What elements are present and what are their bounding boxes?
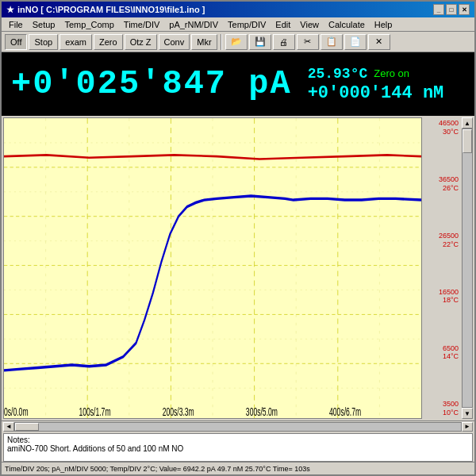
menu-temp-div[interactable]: Temp/DIV xyxy=(224,19,270,30)
menu-calculate[interactable]: Calculate xyxy=(324,19,369,30)
svg-text:100s/1.7m: 100s/1.7m xyxy=(79,406,110,417)
y-label-16500: 16500 18°C xyxy=(422,288,459,305)
nm-current-value: +0'000'144 nM xyxy=(308,83,444,103)
menu-file[interactable]: File xyxy=(5,19,27,30)
scroll-left-button[interactable]: ◄ xyxy=(3,422,14,432)
scroll-thumb-vertical[interactable] xyxy=(463,129,472,153)
conv-button[interactable]: Conv xyxy=(159,34,190,50)
svg-text:300s/5.0m: 300s/5.0m xyxy=(246,406,278,417)
toolbar: Off Stop exam Zero Otz Z Conv Mkr 📂 💾 🖨 … xyxy=(2,32,474,52)
menu-help[interactable]: Help xyxy=(370,19,397,30)
svg-text:200s/3.3m: 200s/3.3m xyxy=(163,406,194,417)
temperature-value: 25.93°C xyxy=(308,66,368,82)
scroll-right-button[interactable]: ► xyxy=(462,422,473,432)
zero-status: Zero on xyxy=(374,67,409,79)
svg-text:0s/0.0m: 0s/0.0m xyxy=(4,406,29,417)
y-axis-right: 46500 30°C 36500 26°C 26500 22°C 16500 1… xyxy=(422,117,460,419)
window-title: inNO [ C:\PROGRAM FILES\INNO19\file1.ino… xyxy=(17,5,205,14)
notes-area: Notes: amiNO-700 Short. Additions of 50 … xyxy=(3,433,473,462)
toolbar-separator xyxy=(221,34,222,50)
side-values: 25.93°C Zero on +0'000'144 nM xyxy=(308,66,444,103)
right-scrollbar: ▲ ▼ xyxy=(462,117,473,419)
title-bar-controls: _ □ ✕ xyxy=(433,4,470,15)
print-icon-button[interactable]: 🖨 xyxy=(273,34,295,50)
close-button[interactable]: ✕ xyxy=(459,4,470,15)
menu-bar: File Setup Temp_Comp Time/DIV pA_rNM/DIV… xyxy=(2,17,474,32)
maximize-button[interactable]: □ xyxy=(446,4,457,15)
y-label-26500: 26500 22°C xyxy=(422,232,459,249)
scroll-track-horizontal xyxy=(14,422,462,432)
copy-icon-button[interactable]: 📋 xyxy=(321,34,343,50)
main-current-value: +0'025'847 pA xyxy=(11,67,292,101)
title-bar: ★ inNO [ C:\PROGRAM FILES\INNO19\file1.i… xyxy=(2,2,474,17)
chart-svg: 0s/0.0m 100s/1.7m 200s/3.3m 300s/5.0m 40… xyxy=(4,118,421,418)
chart-container: 0s/0.0m 100s/1.7m 200s/3.3m 300s/5.0m 40… xyxy=(2,116,474,420)
menu-setup[interactable]: Setup xyxy=(29,19,60,30)
notes-text: amiNO-700 Short. Additions of 50 and 100… xyxy=(7,444,469,453)
y-label-6500: 6500 14°C xyxy=(422,344,459,362)
horizontal-scrollbar: ◄ ► xyxy=(2,420,474,432)
notes-label: Notes: xyxy=(7,436,469,444)
close-icon-button[interactable]: ✕ xyxy=(368,34,390,50)
otz-z-button[interactable]: Otz Z xyxy=(125,34,157,50)
scroll-track-vertical xyxy=(462,129,473,408)
minimize-button[interactable]: _ xyxy=(433,4,444,15)
app-icon: ★ xyxy=(6,5,14,15)
main-window: ★ inNO [ C:\PROGRAM FILES\INNO19\file1.i… xyxy=(0,0,476,476)
off-button[interactable]: Off xyxy=(5,34,27,50)
open-icon-button[interactable]: 📂 xyxy=(225,34,248,50)
scroll-down-button[interactable]: ▼ xyxy=(462,408,473,419)
menu-temp-comp[interactable]: Temp_Comp xyxy=(60,19,117,30)
menu-time-div[interactable]: Time/DIV xyxy=(120,19,163,30)
status-text: Time/DIV 20s; pA_nM/DIV 5000; Temp/DIV 2… xyxy=(5,465,310,473)
temp-line: 25.93°C Zero on xyxy=(308,66,444,82)
y-label-36500: 36500 26°C xyxy=(422,175,459,193)
status-bar: Time/DIV 20s; pA_nM/DIV 5000; Temp/DIV 2… xyxy=(2,462,474,474)
y-label-46500: 46500 30°C xyxy=(422,119,459,136)
cut-icon-button[interactable]: ✂ xyxy=(297,34,319,50)
y-label-3500: 3500 10°C xyxy=(422,400,459,417)
chart-area: 0s/0.0m 100s/1.7m 200s/3.3m 300s/5.0m 40… xyxy=(3,117,422,419)
scroll-thumb-horizontal[interactable] xyxy=(15,423,39,431)
save-icon-button[interactable]: 💾 xyxy=(249,34,271,50)
menu-view[interactable]: View xyxy=(296,19,323,30)
stop-button[interactable]: Stop xyxy=(29,34,58,50)
svg-text:400s/6.7m: 400s/6.7m xyxy=(329,406,361,417)
exam-button[interactable]: exam xyxy=(60,34,92,50)
scroll-up-button[interactable]: ▲ xyxy=(462,117,473,129)
title-bar-left: ★ inNO [ C:\PROGRAM FILES\INNO19\file1.i… xyxy=(6,5,205,15)
paste-icon-button[interactable]: 📄 xyxy=(344,34,367,50)
menu-pa-nm-div[interactable]: pA_rNM/DIV xyxy=(165,19,222,30)
menu-edit[interactable]: Edit xyxy=(271,19,294,30)
zero-button[interactable]: Zero xyxy=(94,34,123,50)
mkr-button[interactable]: Mkr xyxy=(191,34,217,50)
display-area: +0'025'847 pA 25.93°C Zero on +0'000'144… xyxy=(2,52,474,116)
